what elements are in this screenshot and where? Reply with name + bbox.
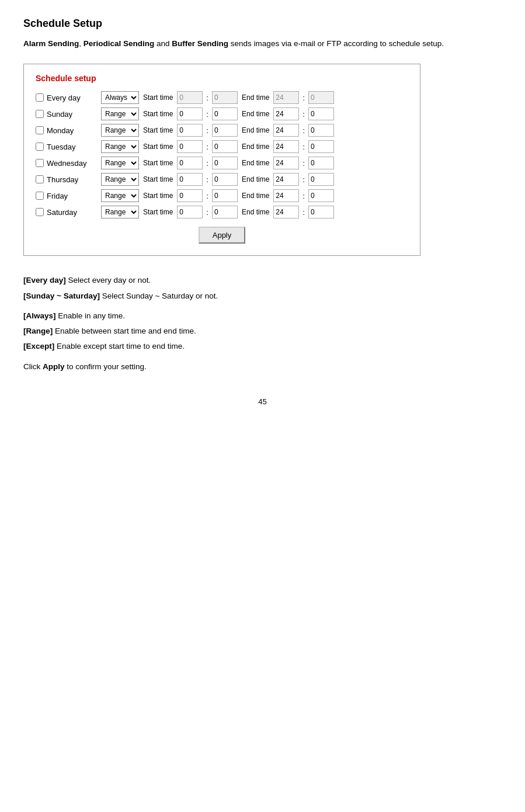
day-mode-select-sunday[interactable]: Always Range Except [101, 107, 139, 120]
colon2-thursday: : [303, 175, 305, 184]
colon2-tuesday: : [303, 143, 305, 151]
every-day-row: Every day Always Range Except Start time… [36, 91, 408, 104]
end-label-friday: End time [242, 192, 269, 200]
day-row-tuesday: Tuesday Always Range Except Start time :… [36, 140, 408, 153]
page-title: Schedule Setup [23, 18, 502, 30]
day-label-monday: Monday [36, 126, 99, 135]
start-hour-sunday[interactable] [177, 107, 203, 120]
day-checkbox-saturday[interactable] [36, 208, 44, 216]
day-label-sunday: Sunday [36, 110, 99, 119]
day-label-friday: Friday [36, 192, 99, 200]
every-day-colon2: : [303, 93, 305, 102]
every-day-start-label: Start time [143, 93, 173, 102]
end-min-monday[interactable] [308, 124, 334, 137]
page-number: 45 [23, 397, 502, 406]
every-day-end-hour[interactable] [273, 91, 299, 104]
start-min-saturday[interactable] [212, 206, 238, 218]
colon1-sunday: : [206, 110, 208, 119]
end-min-friday[interactable] [308, 189, 334, 202]
day-mode-select-monday[interactable]: Always Range Except [101, 124, 139, 137]
start-label-sunday: Start time [143, 110, 173, 118]
day-row-monday: Monday Always Range Except Start time : … [36, 124, 408, 137]
start-label-wednesday: Start time [143, 159, 173, 167]
end-hour-thursday[interactable] [273, 173, 299, 186]
day-label-saturday: Saturday [36, 208, 99, 217]
start-min-sunday[interactable] [212, 107, 238, 120]
start-hour-saturday[interactable] [177, 206, 203, 218]
end-label-monday: End time [242, 126, 269, 134]
colon2-monday: : [303, 126, 305, 135]
day-checkbox-wednesday[interactable] [36, 159, 44, 167]
start-label-friday: Start time [143, 192, 173, 200]
start-min-tuesday[interactable] [212, 140, 238, 153]
day-row-sunday: Sunday Always Range Except Start time : … [36, 107, 408, 120]
day-label-wednesday: Wednesday [36, 159, 99, 168]
day-checkbox-thursday[interactable] [36, 175, 44, 183]
start-label-monday: Start time [143, 126, 173, 134]
start-hour-monday[interactable] [177, 124, 203, 137]
colon2-friday: : [303, 192, 305, 200]
colon1-monday: : [206, 126, 208, 135]
colon1-saturday: : [206, 208, 208, 217]
intro-text: Alarm Sending, Periodical Sending and Bu… [23, 38, 502, 50]
always-desc: [Always] Enable in any time. [23, 309, 502, 323]
end-label-thursday: End time [242, 175, 269, 183]
start-hour-tuesday[interactable] [177, 140, 203, 153]
day-mode-select-wednesday[interactable]: Always Range Except [101, 157, 139, 169]
every-day-end-label: End time [242, 93, 269, 102]
day-label-thursday: Thursday [36, 175, 99, 184]
end-min-saturday[interactable] [308, 206, 334, 218]
start-label-tuesday: Start time [143, 143, 173, 151]
apply-button[interactable]: Apply [199, 227, 246, 244]
colon1-wednesday: : [206, 159, 208, 168]
every-day-end-min[interactable] [308, 91, 334, 104]
end-label-saturday: End time [242, 208, 269, 216]
every-day-mode-select[interactable]: Always Range Except [101, 91, 139, 104]
end-hour-tuesday[interactable] [273, 140, 299, 153]
end-min-wednesday[interactable] [308, 157, 334, 169]
end-label-wednesday: End time [242, 159, 269, 167]
day-mode-select-friday[interactable]: Always Range Except [101, 189, 139, 202]
end-hour-saturday[interactable] [273, 206, 299, 218]
schedule-box-title: Schedule setup [36, 74, 408, 83]
day-checkbox-monday[interactable] [36, 126, 44, 134]
start-hour-wednesday[interactable] [177, 157, 203, 169]
day-row-wednesday: Wednesday Always Range Except Start time… [36, 157, 408, 169]
start-min-thursday[interactable] [212, 173, 238, 186]
colon2-wednesday: : [303, 159, 305, 168]
day-label-tuesday: Tuesday [36, 143, 99, 151]
day-checkbox-friday[interactable] [36, 192, 44, 200]
day-row-saturday: Saturday Always Range Except Start time … [36, 206, 408, 218]
end-hour-monday[interactable] [273, 124, 299, 137]
start-min-wednesday[interactable] [212, 157, 238, 169]
day-row-thursday: Thursday Always Range Except Start time … [36, 173, 408, 186]
colon2-saturday: : [303, 208, 305, 217]
day-checkbox-sunday[interactable] [36, 110, 44, 118]
start-hour-thursday[interactable] [177, 173, 203, 186]
click-apply-desc: Click Apply to confirm your setting. [23, 360, 502, 374]
day-checkbox-tuesday[interactable] [36, 143, 44, 151]
colon1-tuesday: : [206, 143, 208, 151]
day-mode-select-saturday[interactable]: Always Range Except [101, 206, 139, 218]
every-day-start-hour[interactable] [177, 91, 203, 104]
start-hour-friday[interactable] [177, 189, 203, 202]
day-mode-select-tuesday[interactable]: Always Range Except [101, 140, 139, 153]
except-desc: [Except] Enable except start time to end… [23, 339, 502, 353]
sun-sat-desc: [Sunday ~ Saturday] Select Sunday ~ Satu… [23, 289, 502, 303]
day-rows-container: Sunday Always Range Except Start time : … [36, 107, 408, 218]
start-min-monday[interactable] [212, 124, 238, 137]
every-day-checkbox[interactable] [36, 93, 44, 102]
end-min-tuesday[interactable] [308, 140, 334, 153]
end-min-sunday[interactable] [308, 107, 334, 120]
end-hour-wednesday[interactable] [273, 157, 299, 169]
day-mode-select-thursday[interactable]: Always Range Except [101, 173, 139, 186]
every-day-start-min[interactable] [212, 91, 238, 104]
end-hour-sunday[interactable] [273, 107, 299, 120]
end-label-sunday: End time [242, 110, 269, 118]
start-min-friday[interactable] [212, 189, 238, 202]
range-desc: [Range] Enable between start time and en… [23, 324, 502, 338]
every-day-colon1: : [206, 93, 208, 102]
end-hour-friday[interactable] [273, 189, 299, 202]
end-min-thursday[interactable] [308, 173, 334, 186]
apply-row: Apply [36, 227, 408, 244]
